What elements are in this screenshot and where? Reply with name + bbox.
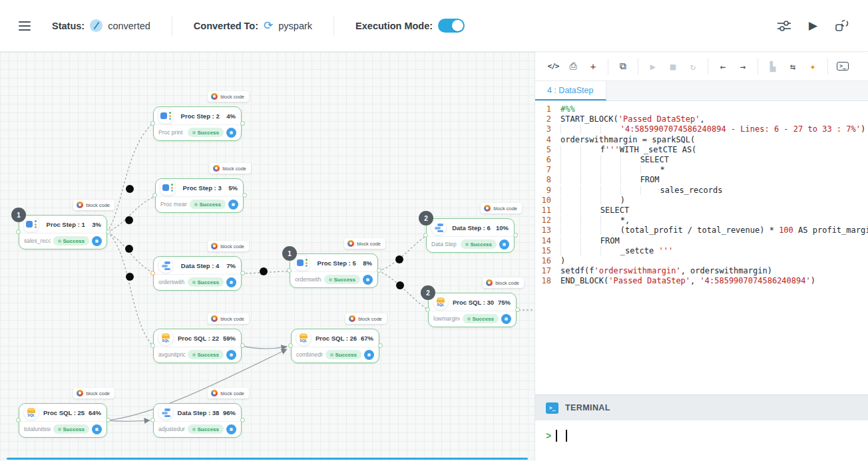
node-action-button[interactable] — [226, 277, 236, 287]
block-code-button[interactable]: block code — [345, 313, 387, 324]
hamburger-menu-icon[interactable] — [19, 21, 31, 31]
block-code-button[interactable]: block code — [483, 277, 524, 288]
node-action-button[interactable] — [499, 239, 509, 249]
input-port[interactable] — [423, 233, 428, 237]
block-code-button[interactable]: block code — [344, 238, 385, 249]
block-code-button[interactable]: block code — [208, 241, 249, 251]
output-port[interactable] — [513, 233, 518, 237]
node-action-button[interactable] — [364, 350, 374, 360]
block-code-button[interactable]: block code — [210, 163, 251, 174]
flow-node[interactable]: block codeSQLProc SQL : 2667%combinedm..… — [291, 329, 379, 363]
flow-node[interactable]: block code1Proc Step : 13%sales_recordsS… — [19, 215, 107, 249]
terminal-header[interactable]: >_ TERMINAL — [535, 395, 868, 420]
status-value: converted — [108, 21, 150, 31]
node-action-button[interactable] — [92, 236, 102, 246]
node-action-button[interactable] — [226, 350, 236, 360]
output-port[interactable] — [106, 418, 110, 422]
code-editor[interactable]: 1#%%2START_BLOCK('Passed DataStep',3 '4:… — [535, 101, 868, 394]
output-port[interactable] — [377, 268, 381, 273]
block-code-label: block code — [220, 94, 244, 100]
code-line: 6 SELECT — [535, 155, 868, 165]
block-code-button[interactable]: block code — [208, 388, 249, 398]
input-port[interactable] — [150, 418, 155, 422]
output-port[interactable] — [106, 230, 110, 234]
terminal-icon[interactable]: >_ — [833, 62, 853, 71]
terminal-body[interactable]: > — [535, 420, 868, 461]
node-footer: Data StepSuccess — [427, 237, 514, 251]
output-port[interactable] — [515, 307, 520, 312]
code-text: FROM — [560, 236, 620, 246]
settings-sliders-icon[interactable] — [777, 20, 791, 32]
node-footer: avgunitprice...Success — [154, 347, 241, 362]
output-port[interactable] — [240, 121, 245, 126]
flow-edges — [0, 52, 535, 461]
status-badge: Success — [53, 424, 89, 434]
flow-canvas[interactable]: block codeProc Step : 24%Proc printSucce… — [0, 52, 535, 461]
chart-icon[interactable]: ▙ — [763, 61, 783, 72]
node-action-button[interactable] — [226, 128, 236, 138]
execution-mode-toggle[interactable] — [438, 19, 465, 33]
input-port[interactable] — [287, 268, 292, 273]
output-port[interactable] — [242, 193, 247, 198]
add-icon[interactable]: + — [583, 61, 603, 72]
flow-node[interactable]: block codeData Step : 47%orderswith...Su… — [153, 256, 242, 291]
node-header: Proc Step : 35% — [156, 179, 243, 197]
block-code-button[interactable]: block code — [73, 388, 114, 398]
block-code-button[interactable]: block code — [208, 91, 249, 102]
status-group: Status: converted — [52, 19, 150, 32]
input-port[interactable] — [16, 418, 21, 422]
block-code-button[interactable]: block code — [73, 200, 114, 210]
edge-dot — [395, 255, 403, 263]
flow-node[interactable]: block codeProc Step : 24%Proc printSucce… — [153, 106, 242, 141]
refresh-icon[interactable]: ↻ — [683, 61, 703, 72]
input-port[interactable] — [288, 343, 293, 348]
input-port[interactable] — [150, 121, 155, 126]
flow-node[interactable]: block code2Data Step : 610%Data StepSucc… — [426, 218, 515, 253]
code-line: 17setdf(f'orderswithmargin', orderswithm… — [535, 266, 868, 276]
tab-datastep[interactable]: 4 : DataStep — [535, 81, 606, 100]
status-text: Success — [198, 279, 219, 285]
copy-icon[interactable]: ⧉ — [613, 61, 633, 72]
run-pipeline-icon[interactable]: ▶ — [809, 19, 817, 33]
toolbar-separator — [708, 59, 708, 75]
swap-icon[interactable]: ⇆ — [783, 61, 803, 72]
block-code-button[interactable]: block code — [208, 313, 249, 324]
flow-node[interactable]: block codeData Step : 3896%adjustedunit.… — [153, 403, 242, 438]
edge-dot — [125, 216, 133, 224]
status-label: Status: — [52, 21, 85, 31]
flow-node[interactable]: block codeProc Step : 35%Proc meansSucce… — [155, 178, 244, 213]
save-icon[interactable]: ⎙ — [563, 61, 583, 72]
output-port[interactable] — [378, 343, 383, 348]
input-port[interactable] — [425, 307, 430, 312]
code-icon[interactable]: </> — [543, 62, 563, 71]
converted-to-label: Converted To: — [194, 21, 258, 31]
block-code-button[interactable]: block code — [481, 203, 522, 214]
node-action-button[interactable] — [363, 275, 373, 285]
block-code-icon — [213, 165, 220, 172]
component-group-icon[interactable] — [835, 19, 849, 33]
output-port[interactable] — [240, 343, 245, 348]
node-action-button[interactable] — [501, 314, 511, 324]
flow-node[interactable]: block codeSQLProc SQL : 2259%avgunitpric… — [153, 329, 242, 363]
flow-node[interactable]: block codeSQLProc SQL : 2564%totalunitss… — [19, 403, 107, 438]
block-code-label: block code — [358, 316, 382, 322]
input-port[interactable] — [150, 343, 155, 348]
block-code-icon — [211, 93, 218, 100]
flow-node[interactable]: block code1Proc Step : 58%orderswith...S… — [290, 253, 378, 288]
output-port[interactable] — [240, 271, 245, 275]
node-action-button[interactable] — [92, 424, 102, 434]
input-port[interactable] — [16, 230, 21, 234]
run-icon[interactable]: ▶ — [643, 61, 663, 72]
back-icon[interactable]: ← — [713, 61, 733, 72]
input-port[interactable] — [150, 271, 155, 275]
output-port[interactable] — [240, 418, 245, 422]
node-action-button[interactable] — [226, 424, 236, 434]
stop-icon[interactable]: ■ — [663, 61, 683, 72]
node-action-button[interactable] — [228, 200, 238, 210]
status-badge: Success — [463, 314, 499, 323]
magic-wand-icon[interactable]: ✦ — [803, 61, 823, 73]
flow-node[interactable]: block code2SQLProc SQL : 3075%lowmargino… — [428, 293, 517, 327]
forward-icon[interactable]: → — [733, 61, 753, 72]
horizontal-scrollbar[interactable] — [7, 458, 528, 460]
input-port[interactable] — [152, 193, 157, 198]
